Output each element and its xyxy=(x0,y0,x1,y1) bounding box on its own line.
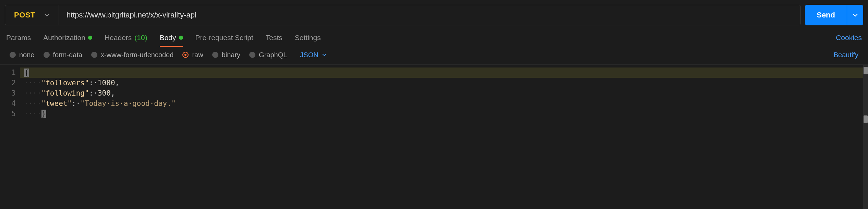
request-tabs: Params Authorization Headers (10) Body P… xyxy=(0,29,868,47)
code-line[interactable]: { xyxy=(24,67,868,78)
app-root: POST Send Params Authorization Headers (… xyxy=(0,0,868,209)
radio-label: x-www-form-urlencoded xyxy=(101,51,173,59)
scrollbar-track[interactable] xyxy=(863,65,868,209)
code-line[interactable]: ····"tweet":·"Today·is·a·good·day." xyxy=(24,98,868,109)
url-input-wrap xyxy=(59,5,800,25)
tab-pre-request-script[interactable]: Pre-request Script xyxy=(195,29,253,47)
tab-authorization[interactable]: Authorization xyxy=(43,29,92,47)
raw-format-dropdown[interactable]: JSON xyxy=(300,51,326,59)
line-number: 2 xyxy=(0,78,16,88)
raw-format-label: JSON xyxy=(300,51,318,59)
tab-label: Tests xyxy=(266,34,282,42)
beautify-link[interactable]: Beautify xyxy=(834,51,858,59)
radio-label: binary xyxy=(222,51,240,59)
tab-settings[interactable]: Settings xyxy=(295,29,321,47)
tab-headers[interactable]: Headers (10) xyxy=(105,29,147,47)
body-type-x-www-form-urlencoded[interactable]: x-www-form-urlencoded xyxy=(91,51,173,59)
editor-code[interactable]: {····"followers":·1000,····"following":·… xyxy=(20,65,868,209)
chevron-down-icon xyxy=(322,52,327,57)
tab-body[interactable]: Body xyxy=(160,29,183,47)
send-group: Send xyxy=(805,5,863,25)
cookies-link[interactable]: Cookies xyxy=(836,34,862,42)
body-type-form-data[interactable]: form-data xyxy=(44,51,83,59)
radio-icon xyxy=(212,52,218,58)
body-type-graphql[interactable]: GraphQL xyxy=(249,51,287,59)
radio-icon xyxy=(44,52,50,58)
send-button[interactable]: Send xyxy=(805,5,847,25)
tab-label: Body xyxy=(160,34,176,42)
tab-label: Params xyxy=(6,34,31,42)
code-line[interactable]: ····} xyxy=(24,109,868,119)
send-dropdown[interactable] xyxy=(847,5,863,25)
status-dot-icon xyxy=(179,36,183,40)
radio-icon xyxy=(249,52,255,58)
http-method-dropdown[interactable]: POST xyxy=(5,5,59,25)
scrollbar-thumb[interactable] xyxy=(864,115,868,123)
http-method-label: POST xyxy=(14,11,35,20)
body-editor[interactable]: 12345 {····"followers":·1000,····"follow… xyxy=(0,64,868,209)
body-type-none[interactable]: none xyxy=(10,51,35,59)
url-group: POST xyxy=(5,5,801,25)
tab-params[interactable]: Params xyxy=(6,29,31,47)
chevron-down-icon xyxy=(853,12,858,18)
tab-label: Pre-request Script xyxy=(195,34,253,42)
radio-icon xyxy=(91,52,97,58)
status-dot-icon xyxy=(88,36,92,40)
body-type-raw[interactable]: raw xyxy=(182,51,203,59)
tab-tests[interactable]: Tests xyxy=(266,29,282,47)
radio-icon xyxy=(182,52,189,58)
radio-icon xyxy=(10,52,16,58)
code-line[interactable]: ····"followers":·1000, xyxy=(24,78,868,88)
tab-label: Headers xyxy=(105,34,132,42)
line-number: 1 xyxy=(0,67,16,78)
code-line[interactable]: ····"following":·300, xyxy=(24,88,868,98)
tab-label: Authorization xyxy=(43,34,85,42)
radio-label: form-data xyxy=(53,51,83,59)
tab-label: Settings xyxy=(295,34,321,42)
scrollbar-thumb[interactable] xyxy=(864,67,868,74)
body-type-binary[interactable]: binary xyxy=(212,51,240,59)
radio-label: raw xyxy=(192,51,203,59)
line-number: 4 xyxy=(0,98,16,109)
chevron-down-icon xyxy=(44,12,50,18)
url-input[interactable] xyxy=(67,11,793,20)
radio-label: none xyxy=(19,51,35,59)
editor-gutter: 12345 xyxy=(0,65,20,209)
radio-label: GraphQL xyxy=(259,51,287,59)
line-number: 5 xyxy=(0,109,16,119)
request-bar: POST Send xyxy=(0,0,868,29)
body-options-row: none form-data x-www-form-urlencoded raw… xyxy=(0,47,868,64)
headers-count: (10) xyxy=(134,34,147,42)
line-number: 3 xyxy=(0,88,16,98)
